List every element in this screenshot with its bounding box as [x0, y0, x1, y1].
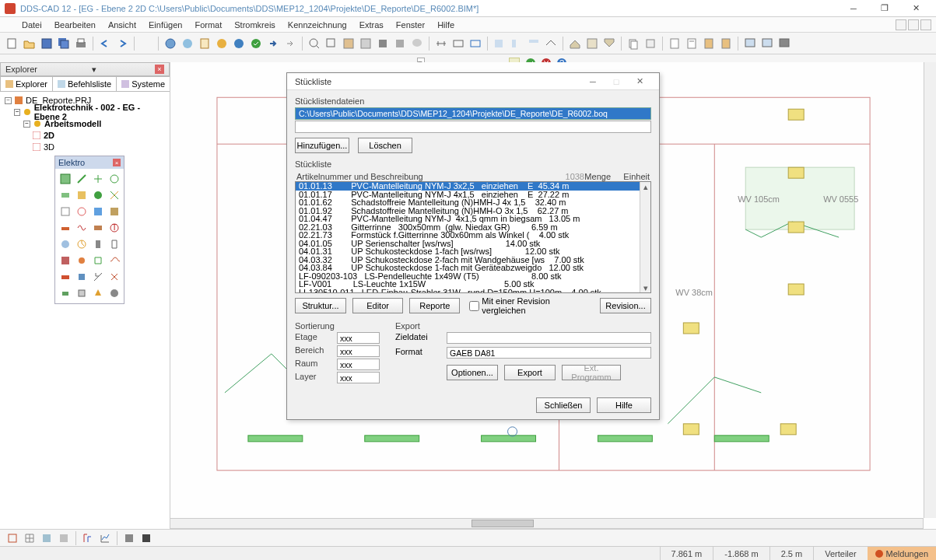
close-button[interactable]: ✕	[900, 2, 931, 16]
pal-9[interactable]	[58, 205, 72, 219]
pal-14[interactable]	[75, 221, 89, 235]
pal-29[interactable]	[58, 286, 72, 300]
tb-grid2[interactable]	[358, 36, 373, 51]
pal-15[interactable]	[91, 221, 105, 235]
menu-small-2[interactable]	[908, 19, 919, 30]
tb-report4[interactable]	[718, 36, 734, 51]
stueck-scrollbar[interactable]: ▴ ▾	[640, 182, 650, 292]
tb-copy2[interactable]	[643, 36, 658, 51]
pal-17[interactable]	[58, 237, 72, 251]
tb-save[interactable]	[39, 36, 54, 51]
pin-icon[interactable]: ▾	[92, 65, 96, 75]
file-path-empty[interactable]	[295, 121, 651, 133]
dialog-close[interactable]: ✕	[628, 75, 651, 89]
tab-systeme[interactable]: Systeme	[116, 76, 170, 91]
close-button[interactable]: Schließen	[536, 397, 591, 413]
tb-green-refresh[interactable]	[248, 36, 264, 51]
bt-3[interactable]	[39, 530, 54, 546]
canvas-scrollbar-v[interactable]	[924, 62, 936, 518]
tb-globe2[interactable]	[180, 36, 195, 51]
maximize-button[interactable]: ❐	[869, 2, 900, 16]
tb-dim2[interactable]	[450, 36, 466, 51]
pal-32[interactable]	[107, 286, 121, 300]
file-path-field[interactable]: C:\Users\Public\Documents\DDS\MEP12_1204…	[295, 107, 651, 120]
tb-arrow-right[interactable]	[265, 36, 281, 51]
pal-8[interactable]	[107, 188, 121, 202]
status-verteiler[interactable]: Verteiler	[813, 547, 867, 560]
pal-7[interactable]	[91, 188, 105, 202]
bt-5[interactable]	[80, 530, 96, 546]
menu-einfuegen[interactable]: Einfügen	[142, 19, 188, 31]
pal-1[interactable]	[58, 172, 72, 186]
stueck-row[interactable]: 04.01.31 UP Schukosteckdose 1-fach [ws/r…	[296, 247, 650, 256]
dialog-maximize[interactable]: □	[605, 75, 628, 89]
tb-print[interactable]	[73, 36, 89, 51]
tb-box2[interactable]	[392, 36, 408, 51]
tb-win1[interactable]	[742, 36, 758, 51]
revision-checkbox[interactable]	[469, 301, 479, 311]
stueck-row[interactable]: 01.01.62 Schadstoffreie Mantelleitung (N…	[296, 198, 650, 207]
pal-3[interactable]	[91, 172, 105, 186]
tb-saveall[interactable]	[56, 36, 72, 51]
palette-title[interactable]: Elektro ×	[55, 156, 124, 169]
bt-1[interactable]	[5, 530, 20, 546]
canvas-scrollbar-h[interactable]	[170, 518, 924, 529]
stueck-row[interactable]: LI-130510-011 LED-Einbau-Strahler 31W ru…	[296, 289, 650, 294]
menu-small-3[interactable]	[920, 19, 931, 30]
pal-22[interactable]	[75, 254, 89, 268]
pal-2[interactable]	[75, 172, 89, 186]
menu-datei[interactable]: Datei	[16, 19, 48, 31]
stueck-list[interactable]: 01.01.13 PVC-Mantelleitung NYM-J 3x2,5 e…	[295, 181, 651, 293]
pal-24[interactable]	[107, 254, 121, 268]
tab-befehlsliste[interactable]: Befehlsliste	[52, 76, 117, 91]
bt-4[interactable]	[56, 530, 72, 546]
tb-zoomwin[interactable]	[324, 36, 339, 51]
struktur-button[interactable]: Struktur...	[295, 298, 346, 313]
palette-close[interactable]: ×	[113, 159, 121, 166]
stueck-row[interactable]: LF-V001 LS-Leuchte 1x15W 5.00 stk	[296, 280, 650, 289]
menu-kennzeichnung[interactable]: Kennzeichnung	[282, 19, 353, 31]
tree-elektro[interactable]: −Elektrotechnik - 002 - EG - Ebene 2	[14, 107, 165, 117]
tb-dim1[interactable]	[433, 36, 449, 51]
pal-31[interactable]	[91, 286, 105, 300]
tb-dim3[interactable]	[468, 36, 483, 51]
stueck-row[interactable]: 01.04.47 PVC-Mantelleitung NYM-J 4x1,5 q…	[296, 215, 650, 223]
stueck-row[interactable]: 02.21.73 Formstück f.Gitterrinne 300x60m…	[296, 231, 650, 240]
tb-win2[interactable]	[759, 36, 775, 51]
tb-house-down[interactable]	[601, 36, 617, 51]
pal-27[interactable]	[91, 270, 105, 284]
editor-button[interactable]: Editor	[352, 298, 403, 313]
tb-house-list[interactable]	[584, 36, 600, 51]
tb-view3[interactable]	[526, 36, 542, 51]
ext-program-button[interactable]: Ext. Programm	[562, 365, 621, 380]
tb-open[interactable]	[22, 36, 37, 51]
options-button[interactable]: Optionen...	[447, 365, 498, 380]
export-button[interactable]: Export	[504, 365, 556, 380]
tb-copy1[interactable]	[626, 36, 641, 51]
pal-30[interactable]	[75, 286, 89, 300]
pal-6[interactable]	[75, 188, 89, 202]
export-ziel-input[interactable]	[447, 332, 651, 344]
tb-view2[interactable]	[509, 36, 524, 51]
tb-speech[interactable]	[409, 36, 425, 51]
pal-18[interactable]	[75, 237, 89, 251]
export-format-input[interactable]	[447, 347, 651, 359]
tb-zoomext[interactable]	[307, 36, 322, 51]
tb-arrow-right2[interactable]	[282, 36, 298, 51]
pal-16[interactable]: T	[107, 221, 121, 235]
menu-hilfe[interactable]: Hilfe	[431, 19, 461, 31]
tab-explorer[interactable]: Explorer	[0, 76, 53, 91]
tb-blue[interactable]	[231, 36, 247, 51]
tb-script[interactable]	[197, 36, 212, 51]
tb-report2[interactable]	[684, 36, 699, 51]
explorer-close[interactable]: ×	[155, 65, 164, 74]
pal-28[interactable]	[107, 270, 121, 284]
sort-etage-input[interactable]	[337, 332, 380, 344]
tb-new[interactable]	[5, 36, 20, 51]
bt-8[interactable]	[138, 530, 154, 546]
menu-small-1[interactable]	[896, 19, 906, 30]
bt-6[interactable]	[97, 530, 113, 546]
tb-view4[interactable]	[543, 36, 559, 51]
pal-10[interactable]	[75, 205, 89, 219]
pal-23[interactable]	[91, 254, 105, 268]
